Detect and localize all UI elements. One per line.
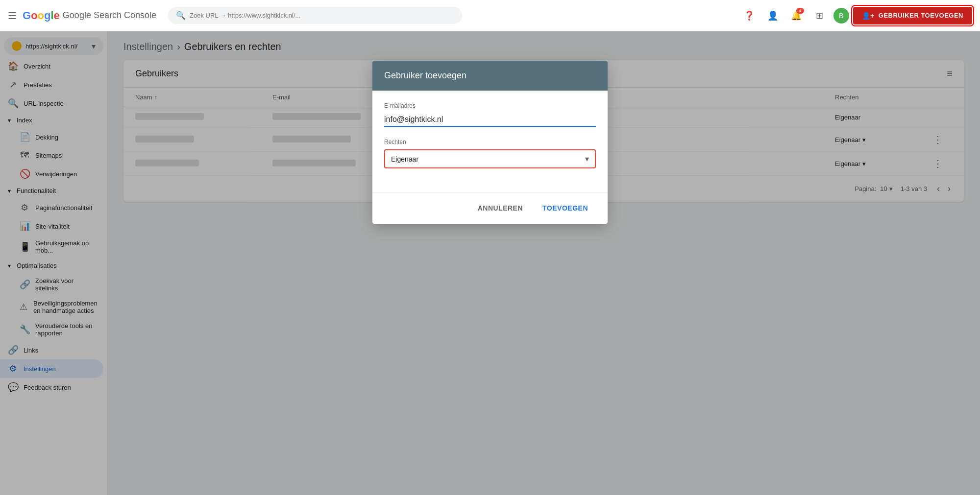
- search-input[interactable]: [190, 12, 454, 19]
- users-icon: 👤: [767, 10, 778, 21]
- add-user-dialog: Gebruiker toevoegen E-mailadres Rechten …: [372, 61, 608, 224]
- red-arrow-indicator: [588, 209, 608, 224]
- dialog-header: Gebruiker toevoegen: [372, 61, 608, 91]
- svg-marker-0: [598, 209, 608, 224]
- dialog-body: E-mailadres Rechten Eigenaar ▾: [372, 91, 608, 192]
- rechten-select-value: Eigenaar: [391, 155, 418, 163]
- avatar[interactable]: B: [833, 8, 849, 24]
- app-title: Google Search Console: [63, 10, 156, 21]
- add-user-icon: 👤+: [862, 12, 875, 20]
- menu-icon[interactable]: ☰: [8, 10, 17, 22]
- add-user-button[interactable]: 👤+ GEBRUIKER TOEVOEGEN: [853, 7, 972, 24]
- add-button[interactable]: TOEVOEGEN: [535, 200, 596, 216]
- rechten-chevron-icon: ▾: [585, 154, 589, 164]
- email-field[interactable]: [384, 113, 596, 127]
- rechten-select[interactable]: Eigenaar ▾: [384, 149, 596, 168]
- dialog-actions: ANNULEREN TOEVOEGEN: [372, 192, 608, 224]
- rechten-label: Rechten: [384, 139, 596, 145]
- email-label: E-mailadres: [384, 102, 596, 109]
- notification-badge: 4: [796, 8, 804, 14]
- search-icon: 🔍: [176, 11, 186, 20]
- app-logo: Google Google Search Console: [23, 9, 156, 22]
- rechten-form-group: Rechten Eigenaar ▾: [384, 139, 596, 168]
- notifications-button[interactable]: 🔔 4: [786, 6, 806, 25]
- users-button[interactable]: 👤: [763, 6, 783, 25]
- email-form-group: E-mailadres: [384, 102, 596, 127]
- topbar: ☰ Google Google Search Console 🔍 ❓ 👤 🔔 4…: [0, 0, 980, 31]
- topbar-right: ❓ 👤 🔔 4 ⊞ B 👤+ GEBRUIKER TOEVOEGEN: [739, 6, 972, 25]
- cancel-button[interactable]: ANNULEREN: [470, 200, 531, 216]
- modal-overlay[interactable]: Gebruiker toevoegen E-mailadres Rechten …: [0, 31, 980, 495]
- add-user-label: GEBRUIKER TOEVOEGEN: [879, 12, 963, 19]
- search-bar[interactable]: 🔍: [168, 7, 462, 24]
- help-icon: ❓: [744, 10, 755, 21]
- apps-button[interactable]: ⊞: [810, 6, 830, 25]
- dialog-title: Gebruiker toevoegen: [384, 71, 466, 80]
- help-button[interactable]: ❓: [739, 6, 759, 25]
- grid-icon: ⊞: [816, 10, 823, 21]
